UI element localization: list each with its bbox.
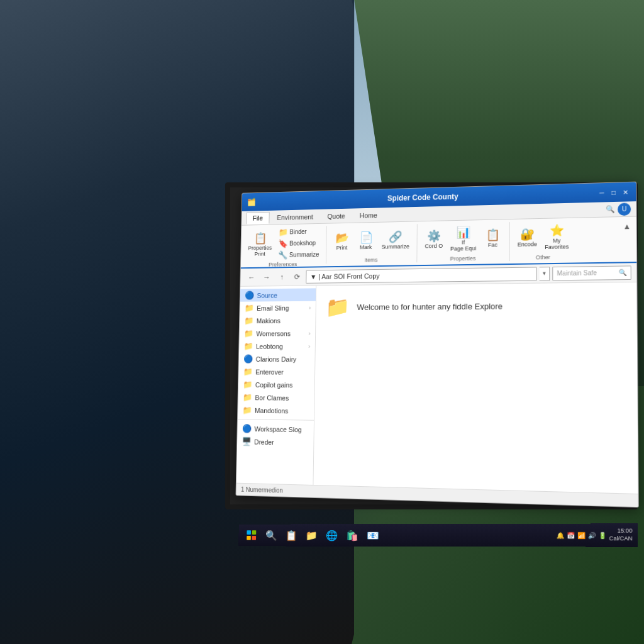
tab-quote[interactable]: Quote bbox=[321, 209, 352, 222]
taskbar-search-button[interactable]: 🔍 bbox=[263, 526, 280, 543]
emailsling-chevron: › bbox=[309, 304, 311, 311]
print-label: Print bbox=[336, 245, 348, 252]
sidebar-item-dreder[interactable]: 🖥️ Dreder bbox=[237, 435, 314, 449]
fac-icon: 📋 bbox=[485, 227, 500, 242]
ribbon-btn-summarize2[interactable]: 🔗 Summarize bbox=[379, 228, 412, 252]
sidebar: 🔵 Source 📁 Email Sling › 📁 Makions 📁 Wom… bbox=[236, 286, 316, 484]
start-cell-2 bbox=[252, 530, 257, 535]
address-dropdown[interactable]: ▼ bbox=[540, 267, 550, 280]
tray-calendar-icon[interactable]: 📅 bbox=[567, 531, 575, 538]
ribbon-toolbar: 📋 PropertiesPrint 📁 Binder 🔖 Bookshop bbox=[241, 217, 636, 269]
tray-notifications-icon[interactable]: 🔔 bbox=[557, 531, 564, 538]
ribbon-btn-myfavorites[interactable]: ⭐ MyFavorites bbox=[542, 221, 571, 252]
myfavorites-label: MyFavorites bbox=[545, 238, 569, 251]
search-icon-small: 🔍 bbox=[619, 269, 627, 276]
leobtong-chevron: › bbox=[308, 343, 310, 349]
ribbon-btn-properties[interactable]: 📋 PropertiesPrint bbox=[245, 230, 274, 258]
ribbon-btn-fac[interactable]: 📋 Fac bbox=[481, 226, 504, 250]
explorer-window: 🗂️ Spider Code County ─ □ ✕ File Environ… bbox=[235, 182, 638, 508]
item-count: 1 Numermedion bbox=[241, 486, 283, 494]
summarize-icon: 🔧 bbox=[278, 250, 287, 260]
dreder-icon: 🖥️ bbox=[242, 436, 251, 446]
taskbar-mail-button[interactable]: 📧 bbox=[364, 526, 381, 544]
taskbar-tray: 🔔 📅 📶 🔊 🔋 15:00 Cal/CAN bbox=[557, 528, 633, 543]
ribbon-group-3-buttons: ⚙️ Cord O 📊 IfPage Equi 📋 Fac bbox=[422, 222, 504, 255]
window-icon: 🗂️ bbox=[247, 197, 256, 208]
pageequi-label: IfPage Equi bbox=[450, 240, 476, 252]
search-bar[interactable]: Maintain Safe 🔍 bbox=[552, 265, 631, 280]
sidebar-item-enterover-label: Enterover bbox=[255, 368, 284, 375]
ribbon-group-1-buttons: 📋 PropertiesPrint 📁 Binder 🔖 Bookshop bbox=[245, 226, 321, 261]
ribbon-btn-summarize[interactable]: 🔧 Summarize bbox=[276, 249, 321, 260]
ribbon-btn-encode[interactable]: 🔐 Encode bbox=[515, 225, 540, 250]
up-button[interactable]: ↑ bbox=[275, 270, 289, 283]
makions-icon: 📁 bbox=[244, 316, 253, 325]
print-icon: 📂 bbox=[335, 231, 349, 246]
borclames-icon: 📁 bbox=[243, 392, 252, 402]
ribbon-btn-bookshop[interactable]: 🔖 Bookshop bbox=[277, 238, 321, 249]
sidebar-item-clarions-label: Clarions Dairy bbox=[256, 355, 297, 363]
taskbar-clock[interactable]: 15:00 Cal/CAN bbox=[609, 528, 632, 543]
tab-file[interactable]: File bbox=[247, 211, 270, 224]
ribbon-btn-pageequi[interactable]: 📊 IfPage Equi bbox=[448, 223, 479, 253]
content-folder-row: 📁 Welcome to for hunter any fiddle Explo… bbox=[326, 293, 626, 319]
main-content: 🔵 Source 📁 Email Sling › 📁 Makions 📁 Wom… bbox=[236, 282, 638, 494]
forward-button[interactable]: → bbox=[260, 270, 274, 284]
tab-environment[interactable]: Environment bbox=[270, 210, 319, 223]
ribbon-group-2-buttons: 📂 Print 📄 Mark 🔗 Summarize bbox=[331, 225, 412, 257]
sidebar-item-mandotions[interactable]: 📁 Mandotions bbox=[238, 404, 314, 418]
start-cell-4 bbox=[252, 536, 257, 540]
back-button[interactable]: ← bbox=[245, 270, 258, 284]
content-pane: 📁 Welcome to for hunter any fiddle Explo… bbox=[313, 282, 638, 494]
sidebar-item-mandotions-label: Mandotions bbox=[255, 406, 289, 414]
taskbar: 🔍 📋 📁 🌐 🛍️ 📧 🔔 📅 📶 🔊 🔋 15:00 Cal/CAN bbox=[238, 523, 638, 547]
ribbon-btn-new[interactable]: 📁 Binder bbox=[277, 226, 321, 238]
sidebar-item-emailsling[interactable]: 📁 Email Sling › bbox=[240, 301, 316, 314]
tab-home[interactable]: Home bbox=[353, 209, 384, 222]
ribbon-btn-print[interactable]: 📂 Print bbox=[331, 229, 353, 252]
ribbon-group-4-label: Other bbox=[536, 253, 550, 260]
sidebar-item-enterover[interactable]: 📁 Enterover bbox=[238, 365, 314, 379]
taskbar-time-display: 15:00 bbox=[618, 528, 633, 535]
tray-network-icon[interactable]: 📶 bbox=[577, 531, 586, 538]
sidebar-item-womersons[interactable]: 📁 Womersons › bbox=[239, 327, 315, 340]
sidebar-item-copilotgains[interactable]: 📁 Copilot gains bbox=[238, 378, 314, 391]
womersons-icon: 📁 bbox=[244, 329, 253, 338]
pageequi-icon: 📊 bbox=[456, 225, 471, 240]
minimize-button[interactable]: ─ bbox=[596, 187, 607, 198]
sidebar-item-emailsling-label: Email Sling bbox=[257, 304, 289, 311]
taskbar-explorer-button[interactable]: 📁 bbox=[303, 526, 320, 543]
taskbar-store-button[interactable]: 🛍️ bbox=[343, 526, 360, 544]
sidebar-item-workspaceslog[interactable]: 🔵 Workspace Slog bbox=[237, 422, 314, 436]
sidebar-item-borclames[interactable]: 📁 Bor Clames bbox=[238, 391, 314, 404]
ribbon-search-area: 🔍 U bbox=[606, 203, 631, 216]
monitor-area: 🗂️ Spider Code County ─ □ ✕ File Environ… bbox=[235, 182, 638, 508]
ribbon-btn-cord[interactable]: ⚙️ Cord O bbox=[422, 227, 445, 251]
ribbon-collapse-button[interactable]: ▲ bbox=[623, 222, 631, 231]
sidebar-item-makions[interactable]: 📁 Makions bbox=[240, 314, 316, 327]
womersons-chevron: › bbox=[309, 330, 311, 336]
summarize2-icon: 🔗 bbox=[388, 230, 403, 245]
close-button[interactable]: ✕ bbox=[620, 187, 631, 197]
encode-icon: 🔐 bbox=[519, 226, 535, 242]
taskbar-taskview-button[interactable]: 📋 bbox=[283, 526, 300, 543]
ribbon-btn-mark[interactable]: 📄 Mark bbox=[355, 229, 377, 253]
sidebar-item-leobtong[interactable]: 📁 Leobtong › bbox=[239, 340, 315, 353]
refresh-button[interactable]: ⟳ bbox=[291, 270, 304, 283]
bookshop-label: Bookshop bbox=[289, 240, 316, 247]
sidebar-item-source-label: Source bbox=[257, 291, 278, 299]
tray-sound-icon[interactable]: 🔊 bbox=[588, 531, 596, 538]
ribbon-group-items: 📂 Print 📄 Mark 🔗 Summarize Items bbox=[331, 224, 418, 264]
clarions-icon: 🔵 bbox=[243, 354, 253, 364]
maximize-button[interactable]: □ bbox=[608, 187, 619, 198]
cord-label: Cord O bbox=[425, 243, 443, 250]
sidebar-item-borclames-label: Bor Clames bbox=[255, 394, 289, 401]
start-button[interactable] bbox=[243, 526, 260, 543]
sidebar-item-source[interactable]: 🔵 Source bbox=[240, 288, 316, 301]
tray-battery-icon[interactable]: 🔋 bbox=[598, 531, 606, 538]
properties-icon: 📋 bbox=[253, 231, 267, 245]
workspaceslog-icon: 🔵 bbox=[242, 424, 252, 433]
address-bar[interactable]: ▼ | Aar SOI Front Copy bbox=[306, 267, 536, 283]
taskbar-edge-button[interactable]: 🌐 bbox=[323, 526, 340, 543]
sidebar-item-clarions[interactable]: 🔵 Clarions Dairy bbox=[239, 352, 315, 365]
